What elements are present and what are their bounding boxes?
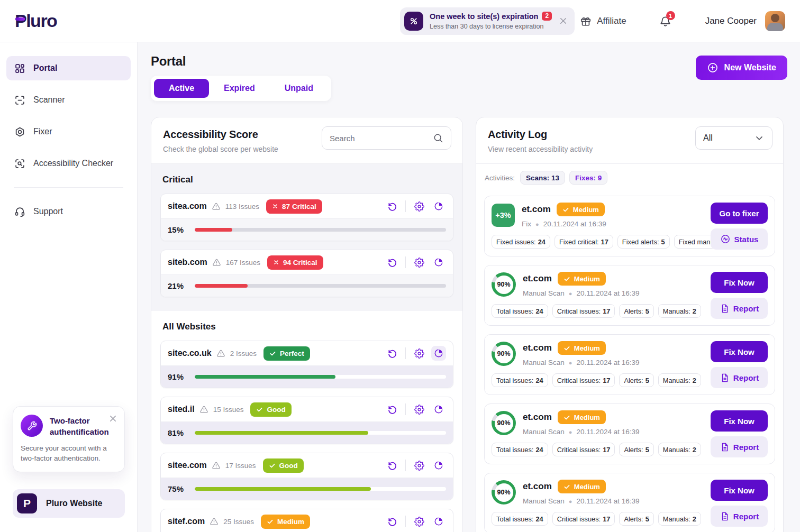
rescan-icon[interactable]: [385, 199, 399, 214]
go-to-fixer-button[interactable]: Go to fixer: [711, 203, 768, 224]
activity-card: 90% et.com Medium Manual Scan●20.11.2024…: [484, 265, 775, 326]
rescan-icon[interactable]: [385, 346, 399, 361]
issues-count: 25 Issues: [223, 518, 254, 526]
pie-chart-icon[interactable]: [431, 346, 446, 361]
notifications-bell[interactable]: 1: [659, 15, 671, 27]
two-factor-close-icon[interactable]: [108, 414, 118, 424]
affiliate-link[interactable]: Affiliate: [580, 15, 626, 27]
new-website-button[interactable]: New Website: [696, 56, 787, 80]
stat-chip-fixed-critical: Fixed critical: 17: [554, 235, 613, 249]
portal-tabs: Active Expired Unpaid: [151, 76, 331, 101]
accessibility-score-panel: Accessibility Score Check the global sco…: [151, 117, 463, 532]
report-button[interactable]: Report: [711, 298, 768, 319]
stat-chip-critical-issues: Critical issues: 17: [552, 304, 615, 318]
settings-gear-icon[interactable]: [412, 255, 426, 270]
expiration-banner: One week to site(s) expiration 2 Less th…: [400, 7, 575, 35]
tab-expired[interactable]: Expired: [209, 79, 270, 98]
stat-chip-fixed-alerts: Fixed alerts: 5: [617, 235, 670, 249]
warning-icon: [210, 517, 219, 526]
issues-count: 15 Issues: [213, 406, 244, 414]
site-domain: sited.il: [168, 405, 195, 414]
stat-chip-total-issues: Total issues: 24: [492, 512, 548, 526]
settings-gear-icon[interactable]: [412, 514, 426, 529]
activity-filter-select[interactable]: All: [695, 126, 772, 150]
issues-count: 113 Issues: [225, 203, 259, 210]
rescan-icon[interactable]: [385, 402, 399, 417]
warning-icon: [199, 405, 208, 414]
section-title: All Websites: [162, 322, 453, 332]
status-badge: 94 Critical: [267, 255, 323, 270]
fix-now-button[interactable]: Fix Now: [711, 341, 768, 362]
pie-chart-icon[interactable]: [431, 514, 446, 529]
search-icon[interactable]: [433, 133, 443, 143]
score-percent: 81%: [168, 428, 188, 437]
avatar[interactable]: [765, 11, 785, 31]
report-icon: [720, 511, 730, 521]
status-button[interactable]: Status: [711, 228, 768, 250]
activity-card: +3% et.com Medium Fix●20.11.2024 at 16:3…: [484, 196, 775, 256]
fix-now-button[interactable]: Fix Now: [711, 480, 768, 501]
stat-chip-critical-issues: Critical issues: 17: [552, 443, 615, 456]
stat-chip-total-issues: Total issues: 24: [492, 443, 548, 456]
report-button[interactable]: Report: [711, 436, 768, 457]
progress-track: [195, 487, 446, 491]
fix-now-button[interactable]: Fix Now: [711, 272, 768, 293]
settings-gear-icon[interactable]: [412, 346, 426, 361]
stat-chip-critical-issues: Critical issues: 17: [552, 512, 615, 526]
report-button[interactable]: Report: [711, 506, 768, 527]
status-badge: Perfect: [263, 346, 310, 361]
stat-chip-alerts: Alerts: 5: [619, 443, 653, 456]
fix-now-button[interactable]: Fix Now: [711, 410, 768, 432]
stat-chip-critical-issues: Critical issues: 17: [552, 373, 615, 387]
banner-close-icon[interactable]: [558, 16, 568, 26]
tab-active[interactable]: Active: [154, 79, 209, 98]
settings-gear-icon[interactable]: [412, 458, 426, 473]
pluro-website-label: Pluro Website: [46, 499, 102, 508]
rescan-icon[interactable]: [385, 514, 399, 529]
stat-chip-total-issues: Total issues: 24: [492, 304, 548, 318]
warning-icon: [216, 349, 225, 358]
pie-chart-icon[interactable]: [431, 458, 446, 473]
score-percent: 15%: [168, 225, 188, 234]
search-input[interactable]: [330, 134, 429, 143]
status-badge: Medium: [261, 515, 310, 529]
site-domain: et.com: [523, 343, 552, 353]
pulse-icon: [720, 234, 731, 244]
site-card-sitea-com: sitea.com 113 Issues 87 Critical 15%: [160, 194, 453, 241]
warning-icon: [212, 461, 221, 470]
two-factor-title: Two-factor authentification: [50, 415, 117, 437]
activity-log-panel: Activity Log View recent accessibility a…: [476, 117, 784, 532]
pie-chart-icon[interactable]: [431, 255, 446, 270]
report-button[interactable]: Report: [711, 367, 768, 388]
tab-unpaid[interactable]: Unpaid: [270, 79, 328, 98]
pluro-p-logo: P: [17, 493, 37, 513]
site-domain: sitea.com: [168, 201, 207, 211]
site-card-sitef-com: sitef.com 25 Issues Medium 57%: [160, 509, 453, 532]
progress-track: [195, 228, 446, 232]
score-ring: 90%: [492, 480, 516, 505]
rescan-icon[interactable]: [385, 458, 399, 473]
banner-subtitle: Less than 30 days to license expiration: [430, 23, 552, 31]
sidebar-item-fixer[interactable]: Fixer: [6, 120, 131, 144]
accessibility-icon: [14, 158, 25, 169]
status-badge: Medium: [558, 480, 606, 493]
stat-chip-manuals: Manuals: 2: [658, 373, 701, 387]
pie-chart-icon[interactable]: [431, 402, 446, 417]
sidebar-item-support[interactable]: Support: [6, 199, 131, 224]
sidebar-item-scanner[interactable]: Scanner: [6, 88, 131, 112]
report-icon: [720, 304, 730, 314]
settings-gear-icon[interactable]: [412, 402, 426, 417]
progress-track: [195, 284, 446, 288]
pie-chart-icon[interactable]: [431, 199, 446, 214]
status-badge: Medium: [557, 203, 605, 216]
plus-circle-icon: [707, 62, 719, 74]
stat-chip-manuals: Manuals: 2: [658, 304, 701, 318]
activity-card: 90% et.com Medium Manual Scan●20.11.2024…: [484, 403, 775, 464]
pluro-website-link[interactable]: P Pluro Website: [13, 489, 125, 518]
sidebar-item-accessibility-checker[interactable]: Accessibility Checker: [6, 151, 131, 176]
site-domain: et.com: [523, 481, 552, 492]
rescan-icon[interactable]: [385, 255, 399, 270]
score-ring: 90%: [492, 272, 516, 297]
settings-gear-icon[interactable]: [412, 199, 426, 214]
sidebar-item-portal[interactable]: Portal: [6, 56, 131, 80]
